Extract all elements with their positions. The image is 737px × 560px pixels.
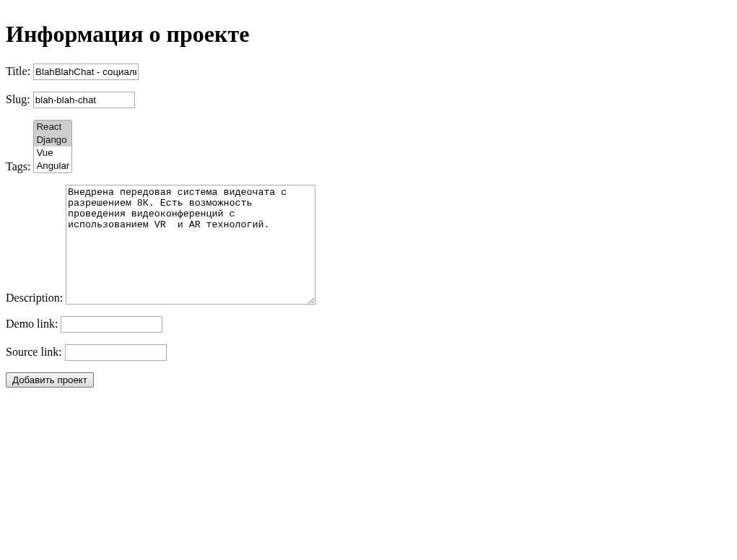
slug-input[interactable] [33, 92, 135, 108]
source-link-input[interactable] [65, 344, 167, 361]
page-heading: Информация о проекте [6, 21, 731, 48]
tag-option[interactable]: Django [34, 134, 71, 146]
tag-option[interactable]: Angular [34, 159, 71, 172]
tags-label: Tags: [6, 160, 30, 172]
description-label: Description: [6, 292, 63, 304]
demo-link-label: Demo link: [6, 318, 58, 330]
source-link-label: Source link: [6, 346, 62, 358]
title-label: Title: [6, 65, 30, 77]
tag-option[interactable]: Vue [34, 146, 71, 159]
slug-label: Slug: [6, 93, 30, 105]
demo-link-input[interactable] [61, 316, 162, 333]
tags-select[interactable]: ReactDjangoVueAngular [33, 120, 72, 173]
title-input[interactable] [33, 64, 139, 80]
tag-option[interactable]: React [34, 121, 71, 134]
submit-button[interactable]: Добавить проект [6, 372, 94, 388]
description-textarea[interactable] [66, 185, 315, 305]
